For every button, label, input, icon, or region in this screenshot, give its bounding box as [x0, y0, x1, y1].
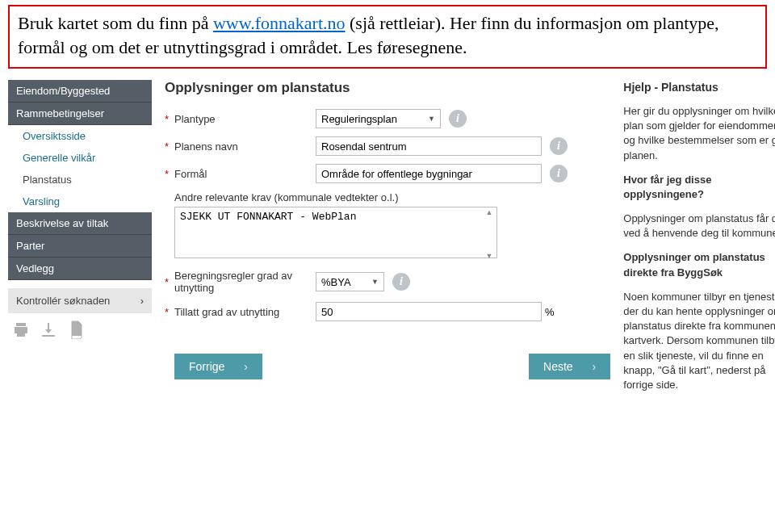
banner-link[interactable]: www.fonnakart.no	[213, 13, 346, 33]
kontroller-soknaden-button[interactable]: Kontrollér søknaden ›	[8, 288, 152, 313]
required-marker: *	[165, 140, 174, 153]
plantype-select[interactable]: Reguleringsplan ▼	[316, 109, 441, 128]
beregning-select[interactable]: %BYA ▼	[316, 272, 384, 291]
instruction-banner: Bruk kartet som du finn på www.fonnakart…	[8, 5, 767, 69]
info-icon[interactable]: i	[550, 165, 568, 182]
sidebar-item-beskrivelse[interactable]: Beskrivelse av tiltak	[8, 212, 152, 235]
andre-krav-textarea[interactable]: SJEKK UT FONNAKART - WebPlan	[174, 207, 497, 258]
page-title: Opplysninger om planstatus	[165, 80, 610, 96]
help-text: Noen kommuner tilbyr en tjeneste der du …	[623, 290, 775, 392]
percent-label: %	[545, 306, 555, 318]
formaal-label: Formål	[174, 168, 316, 180]
forrige-label: Forrige	[189, 360, 224, 373]
tillatt-label: Tillatt grad av utnytting	[174, 306, 316, 318]
required-marker: *	[165, 276, 174, 288]
required-marker: *	[165, 168, 174, 180]
action-icons-row	[8, 313, 152, 346]
required-marker: *	[165, 113, 174, 125]
andre-krav-label: Andre relevante krav (kommunale vedtekte…	[174, 191, 610, 203]
banner-text-pre: Bruk kartet som du finn på	[18, 13, 213, 33]
formaal-input[interactable]	[316, 164, 542, 183]
planens-navn-input[interactable]	[316, 136, 542, 156]
info-icon[interactable]: i	[449, 110, 467, 128]
sidebar-item-eiendom[interactable]: Eiendom/Byggested	[8, 80, 152, 103]
sidebar-item-oversiktsside[interactable]: Oversiktsside	[8, 125, 152, 147]
required-marker: *	[165, 306, 174, 318]
info-icon[interactable]: i	[550, 137, 568, 155]
sidebar-item-varsling[interactable]: Varsling	[8, 191, 152, 212]
tillatt-input[interactable]	[316, 302, 542, 321]
chevron-right-icon: ›	[244, 360, 248, 373]
help-subheading: Opplysninger om planstatus direkte fra B…	[623, 251, 765, 278]
document-icon[interactable]	[66, 320, 86, 339]
print-icon[interactable]	[11, 320, 31, 339]
chevron-down-icon: ▼	[371, 278, 379, 286]
help-panel: Hjelp - Planstatus Her gir du opplysning…	[623, 80, 775, 402]
sidebar: Eiendom/Byggested Rammebetingelser Overs…	[8, 80, 152, 402]
download-icon[interactable]	[39, 320, 58, 339]
plantype-value: Reguleringsplan	[321, 113, 397, 125]
sidebar-item-vedlegg[interactable]: Vedlegg	[8, 258, 152, 280]
main-content: Opplysninger om planstatus * Plantype Re…	[165, 80, 610, 402]
info-icon[interactable]: i	[392, 273, 410, 291]
sidebar-item-parter[interactable]: Parter	[8, 235, 152, 258]
forrige-button[interactable]: Forrige ›	[174, 354, 262, 379]
sidebar-item-planstatus[interactable]: Planstatus	[8, 169, 152, 191]
help-subheading: Hvor får jeg disse opplysningene?	[623, 174, 711, 200]
chevron-right-icon: ›	[140, 295, 144, 307]
chevron-right-icon: ›	[593, 360, 597, 373]
sidebar-item-generelle-vilkar[interactable]: Generelle vilkår	[8, 147, 152, 169]
help-text: Opplysninger om planstatus får du ved å …	[623, 212, 775, 241]
neste-label: Neste	[543, 360, 573, 373]
beregning-label: Beregningsregler grad av utnytting	[174, 270, 316, 294]
beregning-value: %BYA	[321, 276, 351, 288]
help-title: Hjelp - Planstatus	[623, 80, 775, 96]
help-text: Her gir du opplysninger om hvilke plan s…	[623, 104, 775, 163]
kontroller-label: Kontrollér søknaden	[16, 295, 110, 307]
sidebar-item-rammebetingelser[interactable]: Rammebetingelser	[8, 103, 152, 125]
plantype-label: Plantype	[174, 113, 316, 125]
neste-button[interactable]: Neste ›	[529, 354, 610, 379]
chevron-down-icon: ▼	[428, 115, 435, 123]
planens-navn-label: Planens navn	[174, 140, 316, 153]
